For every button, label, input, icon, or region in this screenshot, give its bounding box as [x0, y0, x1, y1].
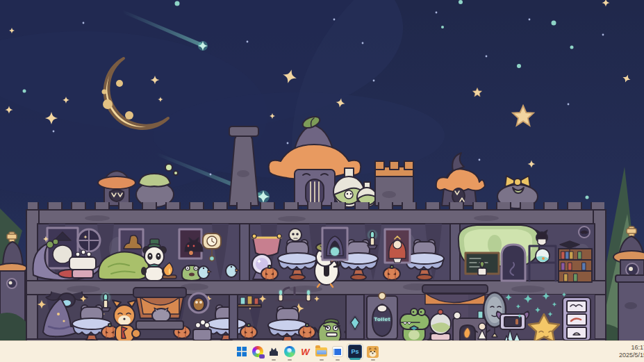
- photoshop-icon: Ps: [348, 345, 362, 359]
- taskbar-icon-group: W Ps: [235, 341, 379, 362]
- taskbar-wps-office[interactable]: W: [299, 343, 312, 361]
- clock-date: 2025/5/15: [619, 352, 644, 359]
- gem-post: [346, 295, 364, 339]
- princess-painting: [385, 229, 410, 263]
- taskbar-cat-app[interactable]: [267, 343, 280, 361]
- shiba-thumbnail-icon: [367, 346, 379, 358]
- taskbar-image-viewer[interactable]: [366, 343, 379, 361]
- winged-frame: [497, 311, 529, 329]
- pillar: [229, 295, 238, 339]
- windows-logo-icon: [237, 347, 247, 356]
- black-cat-maid: [536, 230, 547, 245]
- hooded-figure-painting: [322, 228, 347, 260]
- running-indicator: [288, 359, 292, 361]
- taskbar-photoshop[interactable]: Ps: [347, 343, 363, 360]
- active-indicator: [350, 358, 361, 360]
- toilet-sign: Toilet: [374, 316, 390, 322]
- running-indicator: [371, 359, 375, 361]
- pillar: [240, 224, 249, 281]
- vending-cabinet: [563, 297, 591, 340]
- wallpaper: Toilet: [0, 0, 644, 362]
- taskbar-media-app[interactable]: [331, 343, 344, 361]
- door-clock: [379, 293, 386, 299]
- edge-icon: [284, 346, 295, 357]
- cat-app-icon: [268, 346, 279, 357]
- toilet-door: Toilet: [367, 293, 397, 339]
- running-indicator: [320, 359, 324, 361]
- folder-icon: [315, 347, 327, 356]
- blackboard: [465, 253, 499, 275]
- running-indicator: [336, 359, 340, 361]
- taskbar-file-explorer[interactable]: [315, 343, 328, 361]
- wall-rug: [252, 234, 281, 256]
- taskbar-edge-browser[interactable]: [283, 343, 296, 361]
- start-button[interactable]: [235, 343, 248, 361]
- blue-app-icon: [332, 346, 343, 357]
- crenellated-tower: [375, 161, 413, 206]
- canopy-booth: [133, 288, 186, 329]
- owl-portrait: [189, 293, 208, 313]
- taskbar-clock[interactable]: 16:17 2025/5/15: [619, 344, 644, 359]
- pillar: [450, 224, 460, 281]
- round-window: [78, 229, 100, 252]
- photos-icon: [252, 346, 263, 357]
- wall-shelf: [238, 296, 261, 307]
- running-indicator: [272, 359, 276, 361]
- taskbar-photos-app[interactable]: [251, 343, 264, 361]
- arched-door: [502, 245, 525, 281]
- bat-emblem: [579, 227, 590, 238]
- taskbar: W Ps 16:17 2025/5/15: [0, 340, 644, 362]
- clock-time: 16:17: [619, 344, 644, 352]
- wps-icon: W: [301, 347, 309, 357]
- black-cat-painting: [179, 229, 203, 258]
- desktop: Toilet: [0, 0, 644, 362]
